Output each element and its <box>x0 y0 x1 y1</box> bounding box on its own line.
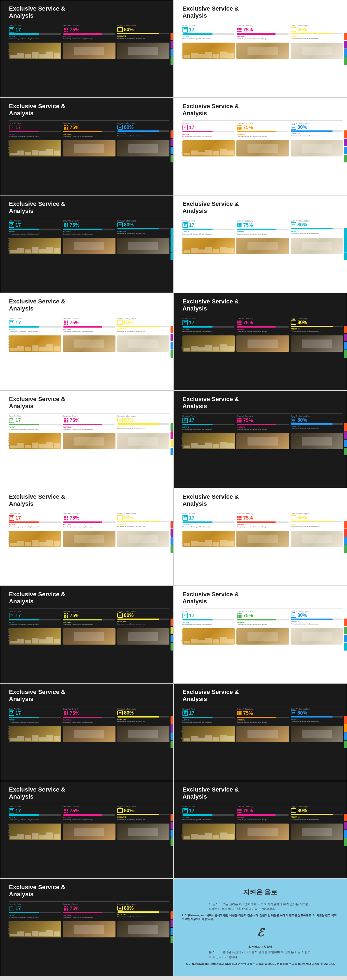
side-tab-0[interactable] <box>344 228 347 235</box>
side-tab-2[interactable] <box>170 244 173 252</box>
stat-bar-container <box>183 814 234 816</box>
side-tab-2[interactable] <box>344 244 347 252</box>
stat-icon <box>118 710 123 715</box>
side-tab-0[interactable] <box>344 33 347 40</box>
side-tab-2[interactable] <box>344 147 347 154</box>
side-tab-2[interactable] <box>170 830 173 838</box>
service-card-5: FreelineExclusive Service & AnalysisDraw… <box>0 195 174 293</box>
side-tab-0[interactable] <box>170 326 173 333</box>
side-tab-3[interactable] <box>170 838 173 846</box>
side-tab-0[interactable] <box>344 130 347 138</box>
side-tab-3[interactable] <box>344 838 347 846</box>
side-tab-2[interactable] <box>170 439 173 447</box>
side-tab-2[interactable] <box>170 928 173 935</box>
stat-description: Professionally designed & fully function… <box>183 331 234 333</box>
side-tab-1[interactable] <box>170 138 173 146</box>
card-title: Exclusive Service & Analysis <box>9 591 97 605</box>
side-tab-2[interactable] <box>170 537 173 545</box>
side-tab-1[interactable] <box>344 724 347 732</box>
stat-label: Draw Art: Infographics <box>118 903 169 905</box>
stat-bar-container <box>118 912 169 913</box>
stat-block-1: Draw Art: Creativity75%MATERIALCompletel… <box>237 25 289 40</box>
side-tab-3[interactable] <box>344 545 347 553</box>
side-tab-3[interactable] <box>170 350 173 358</box>
side-tab-3[interactable] <box>344 741 347 748</box>
side-tab-1[interactable] <box>170 431 173 439</box>
stat-block-2: Draw Art: Infographics80%RESULT #2Profes… <box>118 25 169 40</box>
side-tab-2[interactable] <box>344 49 347 57</box>
side-tab-0[interactable] <box>344 716 347 724</box>
side-tab-0[interactable] <box>344 814 347 821</box>
side-tab-3[interactable] <box>344 253 347 260</box>
stat-bar-container <box>118 33 169 34</box>
stat-label: Draw Art: Time <box>9 806 61 808</box>
side-tab-0[interactable] <box>170 521 173 528</box>
side-tab-0[interactable] <box>344 521 347 528</box>
side-tab-3[interactable] <box>170 57 173 65</box>
side-tab-1[interactable] <box>170 920 173 927</box>
stat-number: 75% <box>243 711 253 716</box>
side-tab-3[interactable] <box>344 448 347 455</box>
side-tab-2[interactable] <box>170 49 173 57</box>
side-tab-1[interactable] <box>344 138 347 146</box>
side-tab-1[interactable] <box>170 334 173 341</box>
side-tab-0[interactable] <box>170 619 173 626</box>
side-tab-0[interactable] <box>170 228 173 235</box>
side-tab-2[interactable] <box>170 635 173 643</box>
side-tab-1[interactable] <box>344 236 347 244</box>
side-tab-2[interactable] <box>344 635 347 643</box>
side-tab-1[interactable] <box>344 41 347 49</box>
stat-bar <box>63 229 102 230</box>
side-tab-3[interactable] <box>170 643 173 651</box>
side-tabs <box>170 326 173 358</box>
side-tab-3[interactable] <box>170 741 173 748</box>
side-tab-1[interactable] <box>170 822 173 829</box>
side-tab-2[interactable] <box>170 732 173 740</box>
side-tab-0[interactable] <box>170 912 173 919</box>
service-card-9: FreelineExclusive Service & AnalysisDraw… <box>0 390 174 488</box>
stat-icon <box>237 27 242 33</box>
stat-icon: 17 <box>9 906 14 911</box>
side-tab-3[interactable] <box>344 643 347 651</box>
side-tab-3[interactable] <box>344 57 347 65</box>
side-tab-1[interactable] <box>344 822 347 829</box>
side-tab-1[interactable] <box>344 627 347 634</box>
stat-bar-container <box>183 619 234 620</box>
side-tab-0[interactable] <box>170 716 173 724</box>
side-tab-3[interactable] <box>344 350 347 358</box>
stats-row: Draw Art: Time1717ACTIONProfessionally d… <box>9 903 169 918</box>
stat-section-header: RESULT #2 <box>118 914 169 915</box>
side-tab-0[interactable] <box>170 130 173 138</box>
side-tab-0[interactable] <box>344 423 347 431</box>
side-tab-1[interactable] <box>344 431 347 439</box>
side-tab-1[interactable] <box>170 627 173 634</box>
side-tab-2[interactable] <box>344 830 347 838</box>
side-tab-2[interactable] <box>344 537 347 545</box>
stat-number: 80% <box>298 515 307 520</box>
side-tab-2[interactable] <box>170 342 173 350</box>
side-tab-2[interactable] <box>344 439 347 447</box>
side-tab-0[interactable] <box>170 814 173 821</box>
side-tab-3[interactable] <box>170 545 173 553</box>
side-tab-1[interactable] <box>344 334 347 341</box>
side-tab-3[interactable] <box>344 155 347 162</box>
side-tab-1[interactable] <box>170 529 173 537</box>
side-tab-0[interactable] <box>344 326 347 333</box>
side-tab-1[interactable] <box>170 236 173 244</box>
side-tab-2[interactable] <box>170 147 173 154</box>
side-tab-3[interactable] <box>170 155 173 162</box>
side-tab-1[interactable] <box>170 41 173 49</box>
stat-label: Draw Art: Infographics <box>291 806 343 808</box>
side-tab-0[interactable] <box>170 423 173 431</box>
side-tab-1[interactable] <box>344 529 347 537</box>
side-tab-0[interactable] <box>344 619 347 626</box>
side-tab-2[interactable] <box>344 342 347 350</box>
side-tab-3[interactable] <box>170 936 173 943</box>
side-tab-2[interactable] <box>344 732 347 740</box>
side-tab-0[interactable] <box>170 33 173 40</box>
side-tab-3[interactable] <box>170 448 173 455</box>
side-tab-1[interactable] <box>170 724 173 732</box>
side-tab-3[interactable] <box>170 253 173 260</box>
stat-icon: 17 <box>9 515 14 521</box>
stat-description: Professional template for business use <box>291 525 343 527</box>
